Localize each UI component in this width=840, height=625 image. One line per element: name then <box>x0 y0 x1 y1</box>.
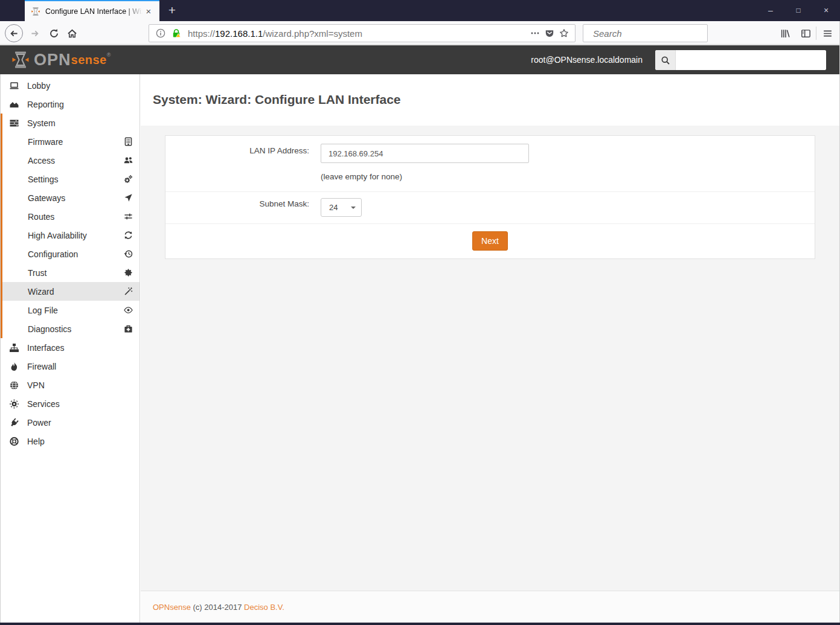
opnsense-logo[interactable]: OPNsense® <box>11 50 111 69</box>
subnet-mask-select[interactable]: 24 <box>321 198 362 217</box>
sidebar-item-gateways[interactable]: Gateways <box>1 188 139 207</box>
sidebar-item-label: Firmware <box>28 137 63 147</box>
browser-tab[interactable]: Configure LAN Interface | Wizar × <box>25 0 159 21</box>
opnsense-search <box>655 50 826 70</box>
library-button[interactable] <box>777 25 794 41</box>
lan-ip-hint: (leave empty for none) <box>321 172 815 181</box>
sidebar-item-help[interactable]: Help <box>1 432 139 450</box>
opnsense-favicon-icon <box>31 7 40 16</box>
sidebar-item-diagnostics[interactable]: Diagnostics <box>1 319 139 338</box>
forward-icon <box>30 28 40 39</box>
pocket-icon <box>545 28 554 38</box>
new-tab-button[interactable]: + <box>162 0 182 21</box>
laptop-icon <box>9 81 19 91</box>
tab-title: Configure LAN Interface | Wizar <box>45 7 143 16</box>
sidebar-item-label: High Availability <box>28 231 87 240</box>
medkit-icon <box>124 324 133 333</box>
page-title-area: System: Wizard: Configure LAN Interface <box>141 74 840 126</box>
sidebar-item-configuration[interactable]: Configuration <box>1 245 139 263</box>
pocket-button[interactable] <box>542 26 557 40</box>
sidebar-toggle-button[interactable] <box>797 25 814 41</box>
sidebar-item-label: Firewall <box>27 362 56 371</box>
page-footer: OPNsense (c) 2014-2017 Deciso B.V. <box>141 591 840 623</box>
toolbar-separator <box>816 27 816 40</box>
sidebar-item-label: System <box>27 118 56 128</box>
browser-search-bar[interactable] <box>583 24 708 42</box>
routes-icon <box>124 212 133 221</box>
logo-text-opn: OPN <box>34 51 71 69</box>
star-icon <box>559 28 569 38</box>
sidebar-item-access[interactable]: Access <box>1 151 139 170</box>
refresh-icon <box>124 231 133 240</box>
location-arrow-icon <box>124 193 133 202</box>
sidebar-item-label: Help <box>27 437 45 446</box>
sidebar-item-firmware[interactable]: Firmware <box>1 132 139 151</box>
logo-registered-mark: ® <box>107 52 111 58</box>
logged-in-user: root@OPNsense.localdomain <box>531 55 643 65</box>
url-host: 192.168.1.1 <box>215 28 263 39</box>
url-scheme: https:// <box>188 28 215 39</box>
sidebar-item-label: Settings <box>28 175 59 184</box>
url-bar[interactable]: https://192.168.1.1/wizard.php?xml=syste… <box>149 24 575 42</box>
reload-button[interactable] <box>45 24 63 42</box>
sidebar-item-system[interactable]: System <box>1 114 139 132</box>
sidebar-item-label: Routes <box>28 212 54 222</box>
sidebar-item-services[interactable]: Services <box>1 394 139 413</box>
building-icon <box>124 137 133 146</box>
close-button[interactable]: × <box>812 0 840 21</box>
globe-icon <box>9 380 19 390</box>
sidebar-item-interfaces[interactable]: Interfaces <box>1 338 139 357</box>
url-text: https://192.168.1.1/wizard.php?xml=syste… <box>188 28 528 39</box>
lock-warning-icon[interactable] <box>172 28 181 38</box>
tab-close-icon[interactable]: × <box>143 5 155 18</box>
fire-icon <box>9 362 19 371</box>
sidebar-item-firewall[interactable]: Firewall <box>1 357 139 376</box>
sidebar-item-lobby[interactable]: Lobby <box>1 76 139 95</box>
sidebar-item-high-availability[interactable]: High Availability <box>1 226 139 245</box>
next-button[interactable]: Next <box>472 231 508 251</box>
sidebar-item-power[interactable]: Power <box>1 413 139 432</box>
footer-deciso-link[interactable]: Deciso B.V. <box>244 603 284 612</box>
opnsense-header: OPNsense® root@OPNsense.localdomain <box>0 45 840 74</box>
certificate-icon <box>124 268 133 277</box>
page-actions-button[interactable] <box>528 26 542 40</box>
subnet-mask-value: 24 <box>329 203 338 212</box>
sidebar-item-reporting[interactable]: Reporting <box>1 95 139 114</box>
home-button[interactable] <box>63 24 81 42</box>
bookmark-star-button[interactable] <box>557 26 571 40</box>
back-button[interactable] <box>5 24 23 42</box>
magic-wand-icon <box>124 287 133 296</box>
menu-button[interactable] <box>819 25 836 41</box>
area-chart-icon <box>9 100 19 109</box>
sidebar-item-trust[interactable]: Trust <box>1 263 139 282</box>
browser-navbar: https://192.168.1.1/wizard.php?xml=syste… <box>0 21 840 45</box>
opnsense-search-input[interactable] <box>676 50 826 70</box>
info-icon[interactable] <box>156 28 165 38</box>
window-controls: – □ × <box>757 0 840 21</box>
lan-ip-input[interactable] <box>321 144 529 163</box>
sidebar-item-routes[interactable]: Routes <box>1 207 139 226</box>
sidebar-item-settings[interactable]: Settings <box>1 170 139 188</box>
sitemap-icon <box>9 343 19 353</box>
sidebar-item-wizard[interactable]: Wizard <box>1 282 139 301</box>
back-icon <box>9 28 19 39</box>
tasks-icon <box>9 118 19 128</box>
search-icon <box>661 56 670 65</box>
sidebar-item-label: Access <box>28 156 55 165</box>
maximize-button[interactable]: □ <box>784 0 812 21</box>
footer-opnsense-link[interactable]: OPNsense <box>153 603 191 612</box>
minimize-button[interactable]: – <box>757 0 784 21</box>
life-ring-icon <box>9 437 19 446</box>
hamburger-icon <box>822 28 833 39</box>
wizard-form-panel: LAN IP Address: (leave empty for none) S… <box>165 135 815 259</box>
sidebar-item-vpn[interactable]: VPN <box>1 376 139 394</box>
logo-text-sense: sense <box>71 53 107 67</box>
browser-search-input[interactable] <box>593 28 714 39</box>
sidebar-item-log-file[interactable]: Log File <box>1 301 139 319</box>
opnsense-search-button[interactable] <box>655 50 676 70</box>
plug-icon <box>9 418 19 428</box>
forward-button[interactable] <box>25 24 43 42</box>
lan-ip-label: LAN IP Address: <box>165 136 309 191</box>
sidebar-item-label: Reporting <box>27 100 64 109</box>
sidebar-item-label: Services <box>27 399 60 409</box>
